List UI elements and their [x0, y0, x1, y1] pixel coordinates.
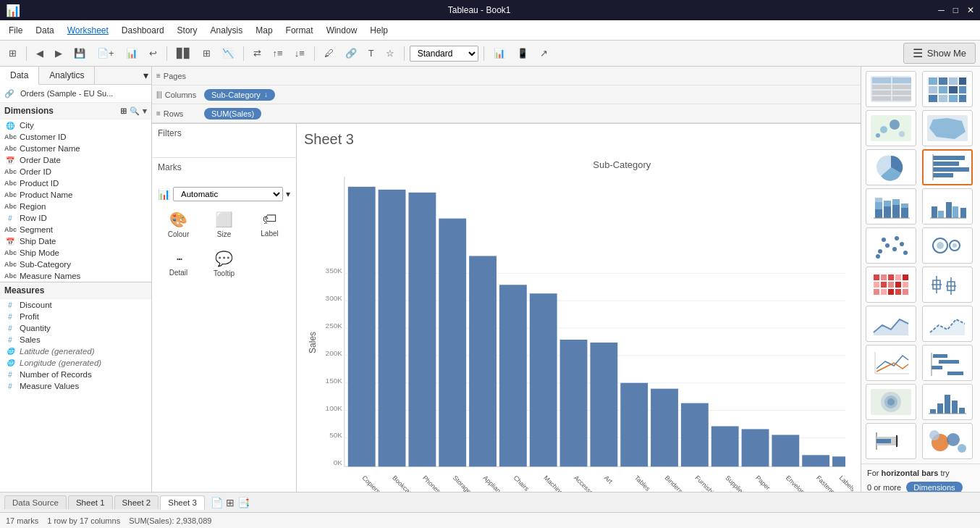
field-order-id[interactable]: Abc Order ID	[0, 166, 151, 177]
new-dashboard-icon[interactable]: ⊞	[226, 497, 235, 508]
toolbar-sort-asc[interactable]: ↑≡	[269, 45, 287, 62]
datasource-name[interactable]: Orders (Sample - EU Su...	[17, 88, 147, 99]
chart-type-symbol-map[interactable]	[866, 110, 916, 146]
tab-sheet3[interactable]: Sheet 3	[160, 495, 205, 510]
bar-art[interactable]	[590, 343, 617, 466]
bar-supplies[interactable]	[711, 426, 739, 466]
chart-type-box-plot[interactable]	[922, 267, 973, 303]
chart-type-filled-map[interactable]	[922, 110, 973, 146]
bar-phones[interactable]	[408, 193, 436, 466]
toolbar-bar[interactable]: ▊▊	[172, 45, 195, 62]
field-region[interactable]: Abc Region	[0, 201, 151, 212]
tab-analytics[interactable]: Analytics	[39, 67, 95, 84]
chart-type-horizontal-bar[interactable]	[922, 149, 973, 185]
field-ship-date[interactable]: 📅 Ship Date	[0, 235, 151, 247]
bar-machines[interactable]	[530, 293, 557, 466]
menu-analysis[interactable]: Analysis	[205, 23, 249, 38]
menu-story[interactable]: Story	[172, 23, 203, 38]
toolbar-chart-type[interactable]: 📊	[489, 45, 510, 62]
toolbar-color[interactable]: 🖊	[320, 45, 338, 62]
toolbar-table[interactable]: ⊞	[198, 45, 215, 62]
chart-type-density-map[interactable]	[866, 384, 916, 420]
tab-sheet1[interactable]: Sheet 1	[68, 495, 113, 509]
toolbar-undo[interactable]: ↩	[145, 45, 161, 62]
dimensions-search-icon[interactable]: 🔍	[130, 106, 140, 116]
marks-type-dropdown[interactable]: Automatic Bar Line Area Circle Square	[173, 187, 283, 201]
chart-type-packed-bubbles[interactable]	[922, 423, 973, 459]
toolbar-something[interactable]: 📊	[122, 45, 142, 62]
toolbar-link[interactable]: 🔗	[341, 45, 361, 62]
dimensions-header[interactable]: Dimensions ⊞ 🔍 ▾	[0, 103, 151, 120]
chart-type-text-table[interactable]	[866, 71, 916, 107]
toolbar-standard-dropdown[interactable]: Standard Fit Width Fit Height Entire Vie…	[410, 46, 478, 62]
field-ship-mode[interactable]: Abc Ship Mode	[0, 247, 151, 259]
toolbar-swap[interactable]: ⇄	[249, 45, 266, 62]
marks-size-btn[interactable]: ⬜ Size	[203, 207, 245, 242]
chart-type-area-continuous[interactable]	[866, 306, 916, 342]
chart-type-circle-views[interactable]	[922, 227, 973, 264]
bar-appliances[interactable]	[469, 256, 497, 466]
chart-type-side-by-side[interactable]	[922, 188, 973, 225]
chart-type-heat-map[interactable]	[866, 267, 916, 303]
marks-detail-btn[interactable]: ··· Detail	[158, 246, 199, 281]
bar-labels[interactable]	[832, 456, 845, 466]
menu-worksheet[interactable]: Worksheet	[62, 23, 114, 38]
bar-tables[interactable]	[620, 383, 648, 467]
menu-help[interactable]: Help	[364, 23, 394, 38]
field-sales[interactable]: # Sales	[0, 334, 151, 345]
marks-colour-btn[interactable]: 🎨 Colour	[158, 207, 199, 242]
field-sub-category[interactable]: Abc Sub-Category	[0, 259, 151, 270]
field-profit[interactable]: # Profit	[0, 311, 151, 322]
toolbar-star[interactable]: ☆	[381, 45, 399, 62]
bar-accessories[interactable]	[560, 340, 588, 466]
field-customer-id[interactable]: Abc Customer ID	[0, 131, 151, 143]
field-product-id[interactable]: Abc Product ID	[0, 177, 151, 189]
show-me-button[interactable]: ☰ Show Me	[903, 43, 976, 64]
toolbar-save[interactable]: 💾	[69, 45, 90, 62]
field-segment[interactable]: Abc Segment	[0, 224, 151, 235]
marks-tooltip-btn[interactable]: 💬 Tooltip	[203, 246, 245, 281]
rows-pill[interactable]: SUM(Sales)	[204, 108, 261, 120]
tab-sheet2[interactable]: Sheet 2	[114, 495, 159, 509]
close-btn[interactable]: ✕	[967, 5, 974, 15]
toolbar-sort-desc[interactable]: ↓≡	[290, 45, 309, 62]
bar-fasteners[interactable]	[802, 455, 829, 466]
columns-pill[interactable]: Sub-Category ↓	[204, 89, 275, 101]
menu-format[interactable]: Format	[280, 23, 319, 38]
chart-type-stacked-bar[interactable]	[866, 188, 916, 225]
field-city[interactable]: 🌐 City	[0, 120, 151, 131]
toolbar-text[interactable]: T	[364, 45, 379, 62]
field-order-date[interactable]: 📅 Order Date	[0, 154, 151, 166]
menu-map[interactable]: Map	[250, 23, 278, 38]
field-row-id[interactable]: # Row ID	[0, 212, 151, 224]
field-longitude[interactable]: 🌐 Longitude (generated)	[0, 357, 151, 369]
data-panel-menu[interactable]: ▾	[140, 67, 151, 84]
field-number-of-records[interactable]: # Number of Records	[0, 369, 151, 380]
toolbar-tableau-icon[interactable]: ⊞	[4, 45, 21, 62]
bar-bookcases[interactable]	[379, 190, 406, 466]
chart-type-highlight-table[interactable]	[922, 71, 973, 107]
field-latitude[interactable]: 🌐 Latitude (generated)	[0, 345, 151, 357]
marks-label-btn[interactable]: 🏷 Label	[249, 207, 290, 242]
tab-data-source[interactable]: Data Source	[4, 495, 67, 509]
toolbar-share[interactable]: ↗	[536, 45, 552, 62]
dimensions-sort-icon[interactable]: ▾	[143, 106, 147, 116]
chart-type-gantt[interactable]	[922, 345, 973, 381]
field-quantity[interactable]: # Quantity	[0, 322, 151, 334]
chart-type-scatter[interactable]	[866, 227, 916, 264]
bar-storage[interactable]	[439, 219, 466, 467]
bar-copiers[interactable]	[348, 187, 376, 466]
toolbar-forward[interactable]: ▶	[51, 45, 67, 62]
maximize-btn[interactable]: □	[953, 5, 958, 15]
measures-header[interactable]: Measures	[0, 282, 151, 299]
new-story-icon[interactable]: 📑	[237, 497, 250, 508]
chart-type-dual-line[interactable]	[866, 345, 916, 381]
bar-chairs[interactable]	[499, 285, 527, 466]
field-product-name[interactable]: Abc Product Name	[0, 189, 151, 201]
minimize-btn[interactable]: ─	[938, 5, 945, 15]
toolbar-analyze[interactable]: 📉	[218, 45, 238, 62]
field-measure-values[interactable]: # Measure Values	[0, 380, 151, 392]
chart-type-area-discrete[interactable]	[922, 306, 973, 342]
tab-data[interactable]: Data	[0, 67, 39, 85]
new-sheet-icon[interactable]: 📄	[211, 497, 223, 508]
